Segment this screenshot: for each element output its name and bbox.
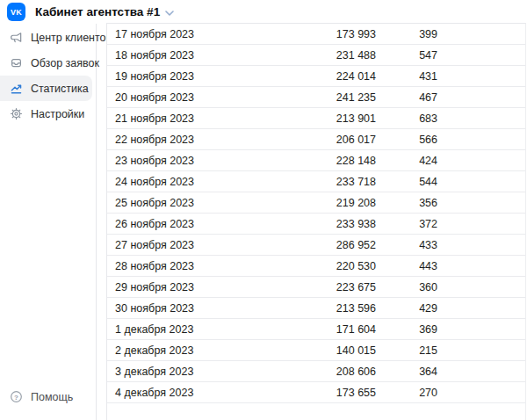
value-cell-2: 372 — [376, 218, 437, 230]
date-cell: 24 ноября 2023 — [115, 176, 282, 188]
value-cell-2: 399 — [376, 28, 437, 40]
value-cell-2: 433 — [376, 239, 437, 251]
svg-text:?: ? — [14, 394, 18, 402]
date-cell: 23 ноября 2023 — [115, 155, 282, 167]
value-cell-1: 208 606 — [282, 366, 376, 378]
value-cell-1: 223 675 — [282, 281, 376, 293]
value-cell-2: 431 — [376, 70, 437, 83]
date-cell: 28 ноября 2023 — [115, 260, 282, 272]
table-row: 18 ноября 2023 231 488 547 — [107, 45, 525, 66]
value-cell-2: 270 — [376, 387, 437, 399]
value-cell-2: 683 — [376, 112, 437, 125]
table-row: 24 ноября 2023 233 718 544 — [107, 171, 525, 192]
value-cell-2: 360 — [376, 281, 437, 293]
value-cell-1: 286 952 — [282, 239, 376, 251]
chevron-down-icon — [165, 11, 174, 16]
value-cell-1: 173 993 — [282, 28, 376, 40]
table-row: 26 ноября 2023 233 938 372 — [107, 214, 525, 235]
table-row: 27 ноября 2023 286 952 433 — [107, 235, 525, 256]
table-row: 20 ноября 2023 241 235 467 — [107, 87, 525, 108]
table-row: 29 ноября 2023 223 675 360 — [107, 277, 525, 298]
question-icon: ? — [10, 390, 23, 403]
trend-up-icon — [10, 82, 23, 95]
value-cell-1: 233 938 — [282, 218, 376, 230]
sidebar-item-label: Статистика — [31, 83, 89, 95]
table-row: 17 ноября 2023 173 993 399 — [107, 24, 525, 45]
date-cell: 27 ноября 2023 — [115, 239, 282, 251]
date-cell: 17 ноября 2023 — [115, 28, 282, 40]
table-body: 17 ноября 2023 173 993 399 18 ноября 202… — [107, 24, 525, 403]
sidebar-item-label: Обзор заявок — [31, 57, 99, 69]
table-row: 25 ноября 2023 219 208 356 — [107, 192, 525, 214]
value-cell-2: 364 — [376, 366, 437, 378]
sidebar-item-settings[interactable]: Настройки — [0, 101, 92, 127]
value-cell-2: 215 — [376, 344, 437, 357]
gear-icon — [10, 107, 23, 120]
value-cell-1: 233 718 — [282, 176, 376, 188]
table-row: 30 ноября 2023 213 596 429 — [107, 298, 525, 319]
statistics-table: 17 ноября 2023 173 993 399 18 ноября 202… — [106, 23, 526, 420]
sidebar-item-help[interactable]: ? Помощь — [0, 384, 92, 409]
app-header: VK Кабинет агентства #1 — [0, 0, 527, 24]
value-cell-2: 467 — [376, 91, 437, 104]
sidebar: Центр клиентов Обзор заявок Статистика Н… — [0, 24, 97, 420]
sidebar-item-requests-overview[interactable]: Обзор заявок — [0, 50, 92, 76]
value-cell-1: 220 530 — [282, 260, 376, 272]
value-cell-2: 544 — [376, 176, 437, 188]
value-cell-2: 443 — [376, 260, 437, 272]
inbox-icon — [10, 56, 23, 69]
value-cell-1: 231 488 — [282, 49, 376, 62]
cabinet-title: Кабинет агентства #1 — [35, 5, 160, 18]
value-cell-1: 206 017 — [282, 134, 376, 146]
value-cell-1: 241 235 — [282, 91, 376, 104]
date-cell: 3 декабря 2023 — [115, 366, 282, 378]
value-cell-1: 219 208 — [282, 197, 376, 209]
value-cell-1: 213 596 — [282, 302, 376, 315]
date-cell: 30 ноября 2023 — [115, 302, 282, 315]
date-cell: 25 ноября 2023 — [115, 197, 282, 209]
sidebar-item-label: Настройки — [31, 108, 84, 120]
cabinet-switcher[interactable]: Кабинет агентства #1 — [35, 5, 174, 18]
value-cell-1: 228 148 — [282, 155, 376, 167]
sidebar-item-label: Помощь — [31, 391, 73, 403]
date-cell: 1 декабря 2023 — [115, 323, 282, 336]
date-cell: 29 ноября 2023 — [115, 281, 282, 293]
date-cell: 18 ноября 2023 — [115, 49, 282, 62]
value-cell-2: 566 — [376, 134, 437, 146]
table-row: 21 ноября 2023 213 901 683 — [107, 108, 525, 129]
table-row: 22 ноября 2023 206 017 566 — [107, 129, 525, 150]
table-row: 3 декабря 2023 208 606 364 — [107, 361, 525, 382]
table-row: 4 декабря 2023 173 655 270 — [107, 382, 525, 403]
value-cell-2: 369 — [376, 323, 437, 336]
date-cell: 20 ноября 2023 — [115, 91, 282, 104]
table-row: 2 декабря 2023 140 015 215 — [107, 340, 525, 361]
value-cell-1: 140 015 — [282, 344, 376, 357]
date-cell: 2 декабря 2023 — [115, 344, 282, 357]
sidebar-item-label: Центр клиентов — [31, 32, 112, 44]
date-cell: 4 декабря 2023 — [115, 387, 282, 399]
date-cell: 22 ноября 2023 — [115, 134, 282, 146]
table-row: 28 ноября 2023 220 530 443 — [107, 256, 525, 277]
date-cell: 19 ноября 2023 — [115, 70, 282, 83]
sidebar-item-clients-center[interactable]: Центр клиентов — [0, 25, 92, 50]
date-cell: 26 ноября 2023 — [115, 218, 282, 230]
sidebar-item-statistics[interactable]: Статистика — [0, 76, 92, 101]
sidebar-nav: Центр клиентов Обзор заявок Статистика Н… — [0, 24, 96, 127]
date-cell: 21 ноября 2023 — [115, 112, 282, 125]
megaphone-icon — [10, 31, 23, 44]
value-cell-1: 173 655 — [282, 387, 376, 399]
value-cell-2: 547 — [376, 49, 437, 62]
table-row: 23 ноября 2023 228 148 424 — [107, 150, 525, 171]
table-row: 1 декабря 2023 171 604 369 — [107, 319, 525, 340]
value-cell-1: 213 901 — [282, 112, 376, 125]
value-cell-1: 224 014 — [282, 70, 376, 83]
value-cell-1: 171 604 — [282, 323, 376, 336]
table-row: 19 ноября 2023 224 014 431 — [107, 66, 525, 87]
vk-logo[interactable]: VK — [7, 3, 25, 21]
value-cell-2: 356 — [376, 197, 437, 209]
value-cell-2: 429 — [376, 302, 437, 315]
value-cell-2: 424 — [376, 155, 437, 167]
